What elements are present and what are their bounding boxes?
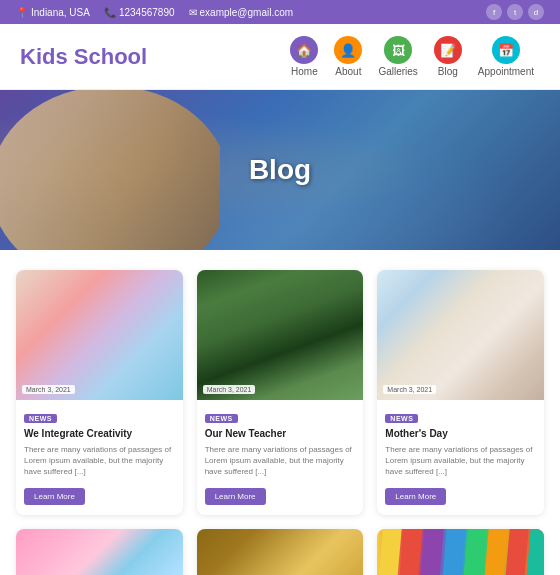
nav-about[interactable]: 👤 About (328, 34, 368, 79)
facebook-icon[interactable]: f (486, 4, 502, 20)
phone-text: 1234567890 (119, 7, 175, 18)
card-image-forest (197, 270, 364, 400)
nav-galleries-label: Galleries (378, 66, 417, 77)
learn-more-button[interactable]: Learn More (24, 488, 85, 505)
card-date: March 3, 2021 (203, 385, 256, 394)
card-body: NEWS Mother's Day There are many variati… (377, 400, 544, 515)
card-image-wrap: March 3, 2021 (16, 270, 183, 400)
card-image-wrap: March 3, 2021 (377, 270, 544, 400)
card-title: We Integrate Creativity (24, 427, 175, 440)
card-body: NEWS Our New Teacher There are many vari… (197, 400, 364, 515)
twitter-icon[interactable]: t (507, 4, 523, 20)
location-icon: 📍 (16, 7, 28, 18)
home-icon: 🏠 (290, 36, 318, 64)
card-date: March 3, 2021 (383, 385, 436, 394)
card-image-wrap: March 3, 2021 (16, 529, 183, 575)
phone-info: 📞 1234567890 (104, 7, 175, 18)
nav-home[interactable]: 🏠 Home (284, 34, 324, 79)
card-image-girl (16, 270, 183, 400)
email-icon: ✉ (189, 7, 197, 18)
card-title: Mother's Day (385, 427, 536, 440)
card-image-mother (377, 270, 544, 400)
blog-card-art: March 3, 2021 TERONI P ART (377, 529, 544, 575)
card-text: There are many variations of passages of… (24, 444, 175, 478)
card-image-wrap: ABCDEFGHI JKLMNOPQ RSTUVW March 3, 2021 (197, 529, 364, 575)
email-text: example@gmail.com (200, 7, 294, 18)
blog-card-teacher: March 3, 2021 NEWS Our New Teacher There… (197, 270, 364, 515)
logo[interactable]: Kids School (20, 44, 147, 70)
card-text: There are many variations of passages of… (385, 444, 536, 478)
card-image-crayons (377, 529, 544, 575)
social-icons: f t d (486, 4, 544, 20)
learn-more-button[interactable]: Learn More (205, 488, 266, 505)
header: Kids School 🏠 Home 👤 About 🖼 Galleries 📝… (0, 24, 560, 90)
main-nav: 🏠 Home 👤 About 🖼 Galleries 📝 Blog 📅 Appo… (284, 34, 540, 79)
blog-grid-row2: March 3, 2021 PAINTING ABCDEFGHI JKLMNOP… (16, 529, 544, 575)
blog-card-mothers-day: March 3, 2021 NEWS Mother's Day There ar… (377, 270, 544, 515)
hero-section: Blog (0, 90, 560, 250)
nav-blog-label: Blog (438, 66, 458, 77)
blog-card-language: ABCDEFGHI JKLMNOPQ RSTUVW March 3, 2021 … (197, 529, 364, 575)
hero-title: Blog (249, 154, 311, 186)
learn-more-button[interactable]: Learn More (385, 488, 446, 505)
appointment-icon: 📅 (492, 36, 520, 64)
location-info: 📍 Indiana, USA (16, 7, 90, 18)
phone-icon: 📞 (104, 7, 116, 18)
about-icon: 👤 (334, 36, 362, 64)
nav-appointment[interactable]: 📅 Appointment (472, 34, 540, 79)
card-image-wrap: March 3, 2021 TERONI P (377, 529, 544, 575)
blog-grid-row1: March 3, 2021 NEWS We Integrate Creativi… (16, 270, 544, 515)
nav-blog[interactable]: 📝 Blog (428, 34, 468, 79)
nav-home-label: Home (291, 66, 318, 77)
hero-teddy-image (0, 90, 220, 250)
card-body: NEWS We Integrate Creativity There are m… (16, 400, 183, 515)
blog-section: March 3, 2021 NEWS We Integrate Creativi… (0, 250, 560, 575)
nav-about-label: About (335, 66, 361, 77)
top-bar: 📍 Indiana, USA 📞 1234567890 ✉ example@gm… (0, 0, 560, 24)
location-text: Indiana, USA (31, 7, 90, 18)
news-badge: NEWS (205, 414, 238, 423)
email-info: ✉ example@gmail.com (189, 7, 294, 18)
card-date: March 3, 2021 (22, 385, 75, 394)
blog-card-painting: March 3, 2021 PAINTING (16, 529, 183, 575)
blog-icon: 📝 (434, 36, 462, 64)
nav-galleries[interactable]: 🖼 Galleries (372, 34, 423, 79)
card-text: There are many variations of passages of… (205, 444, 356, 478)
news-badge: NEWS (385, 414, 418, 423)
news-badge: NEWS (24, 414, 57, 423)
blog-card-creativity: March 3, 2021 NEWS We Integrate Creativi… (16, 270, 183, 515)
card-image-floral (16, 529, 183, 575)
card-title: Our New Teacher (205, 427, 356, 440)
card-image-alphabet: ABCDEFGHI JKLMNOPQ RSTUVW (197, 529, 364, 575)
card-image-wrap: March 3, 2021 (197, 270, 364, 400)
galleries-icon: 🖼 (384, 36, 412, 64)
nav-appointment-label: Appointment (478, 66, 534, 77)
tiktok-icon[interactable]: d (528, 4, 544, 20)
